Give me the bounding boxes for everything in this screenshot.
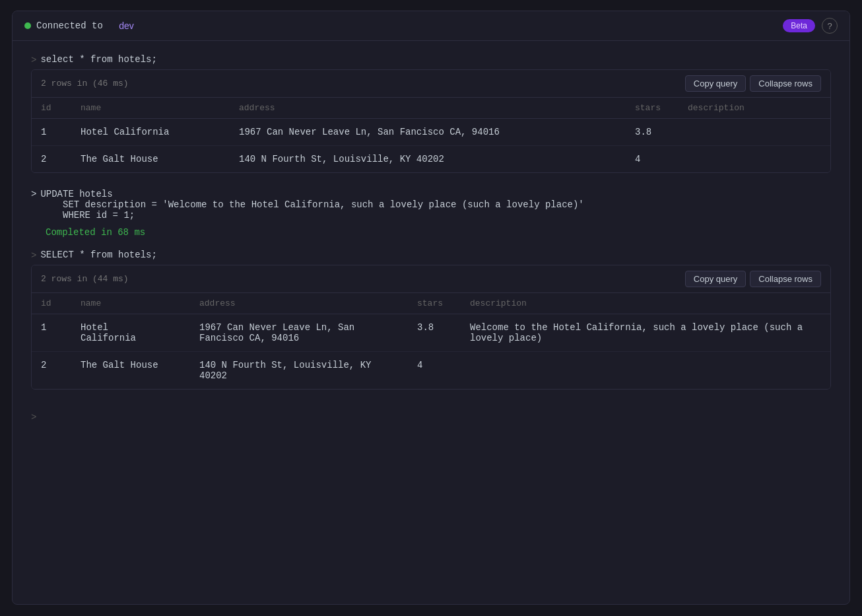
cell-id: 1 bbox=[32, 119, 71, 146]
prompt-chevron: > bbox=[31, 412, 36, 423]
table-header-row-2: id name address stars description bbox=[32, 293, 830, 314]
result-header-2: 2 rows in (44 ms) Copy query Collapse ro… bbox=[32, 265, 830, 293]
table-row: 1 Hotel California 1967 Can Never Leave … bbox=[32, 314, 830, 352]
th-address-2: address bbox=[190, 293, 408, 314]
result-actions-2: Copy query Collapse rows bbox=[685, 271, 821, 287]
cell-name: The Galt House bbox=[71, 146, 230, 173]
beta-badge: Beta bbox=[783, 19, 815, 32]
app-container: Connected to dev Beta ? > select * from … bbox=[12, 11, 850, 605]
th-description-2: description bbox=[461, 293, 830, 314]
result-meta-1: 2 rows in (46 ms) bbox=[41, 79, 129, 88]
result-header-1: 2 rows in (46 ms) Copy query Collapse ro… bbox=[32, 70, 830, 98]
result-meta-2: 2 rows in (44 ms) bbox=[41, 274, 129, 284]
cell-stars: 4 bbox=[408, 352, 461, 390]
data-table-2: id name address stars description 1 Hote… bbox=[32, 293, 830, 389]
result-table-2: 2 rows in (44 ms) Copy query Collapse ro… bbox=[31, 265, 831, 390]
query-text-3: SELECT * from hotels; bbox=[40, 250, 156, 260]
cell-description bbox=[679, 146, 830, 173]
th-id-1: id bbox=[32, 98, 71, 119]
cell-id: 1 bbox=[32, 314, 71, 352]
chevron-3: > bbox=[31, 250, 36, 261]
cell-address: 140 N Fourth St, Louisville, KY 40202 bbox=[190, 352, 408, 390]
table-header-row-1: id name address stars description bbox=[32, 98, 830, 119]
connection-label: Connected to bbox=[36, 20, 103, 31]
result-table-1: 2 rows in (46 ms) Copy query Collapse ro… bbox=[31, 69, 831, 173]
table-row: 2 The Galt House 140 N Fourth St, Louisv… bbox=[32, 146, 830, 173]
table-row: 1 Hotel California 1967 Can Never Leave … bbox=[32, 119, 830, 146]
table-body-1: 1 Hotel California 1967 Can Never Leave … bbox=[32, 119, 830, 173]
cell-description: Welcome to the Hotel California, such a … bbox=[461, 314, 830, 352]
status-dot bbox=[24, 22, 31, 29]
copy-query-button-1[interactable]: Copy query bbox=[685, 75, 746, 92]
collapse-rows-button-2[interactable]: Collapse rows bbox=[750, 271, 821, 287]
cell-address: 1967 Can Never Leave Ln, San Fancisco CA… bbox=[230, 119, 626, 146]
th-name-2: name bbox=[71, 293, 190, 314]
query-line2-1: UPDATE hotels bbox=[40, 189, 583, 199]
top-bar-right: Beta ? bbox=[783, 18, 838, 34]
th-name-1: name bbox=[71, 98, 230, 119]
top-bar: Connected to dev Beta ? bbox=[13, 11, 849, 41]
copy-query-button-2[interactable]: Copy query bbox=[685, 271, 746, 287]
query-block-1: > select * from hotels; 2 rows in (46 ms… bbox=[31, 54, 831, 173]
cell-name: The Galt House bbox=[71, 352, 190, 390]
chevron-1: > bbox=[31, 55, 36, 65]
th-stars-2: stars bbox=[408, 293, 461, 314]
help-icon[interactable]: ? bbox=[822, 18, 838, 34]
completed-text: Completed in 68 ms bbox=[46, 227, 831, 238]
th-id-2: id bbox=[32, 293, 71, 314]
query-lines-2: UPDATE hotels SET description = 'Welcome… bbox=[40, 189, 583, 221]
cell-stars: 3.8 bbox=[408, 314, 461, 352]
collapse-rows-button-1[interactable]: Collapse rows bbox=[750, 75, 821, 92]
th-address-1: address bbox=[230, 98, 626, 119]
connection-env: dev bbox=[119, 20, 134, 31]
query-line2-2: SET description = 'Welcome to the Hotel … bbox=[40, 199, 583, 210]
chevron-2: > bbox=[31, 189, 36, 199]
table-row: 2 The Galt House 140 N Fourth St, Louisv… bbox=[32, 352, 830, 390]
query-text-1: select * from hotels; bbox=[40, 54, 156, 65]
query-block-3: > SELECT * from hotels; 2 rows in (44 ms… bbox=[31, 250, 831, 390]
query-line-3: > SELECT * from hotels; bbox=[31, 250, 831, 261]
cell-id: 2 bbox=[32, 352, 71, 390]
main-content: > select * from hotels; 2 rows in (46 ms… bbox=[13, 41, 849, 604]
cell-address: 140 N Fourth St, Louisville, KY 40202 bbox=[230, 146, 626, 173]
cell-name: Hotel California bbox=[71, 119, 230, 146]
query-line2-3: WHERE id = 1; bbox=[40, 210, 583, 221]
cell-address: 1967 Can Never Leave Ln, San Fancisco CA… bbox=[190, 314, 408, 352]
connection-status: Connected to dev bbox=[24, 20, 134, 31]
cell-stars: 4 bbox=[626, 146, 679, 173]
query-line-1: > select * from hotels; bbox=[31, 54, 831, 65]
data-table-1: id name address stars description 1 Hote… bbox=[32, 98, 830, 172]
th-stars-1: stars bbox=[626, 98, 679, 119]
cell-stars: 3.8 bbox=[626, 119, 679, 146]
cell-id: 2 bbox=[32, 146, 71, 173]
cell-description bbox=[679, 119, 830, 146]
query-block-2: > UPDATE hotels SET description = 'Welco… bbox=[31, 189, 831, 238]
cell-description bbox=[461, 352, 830, 390]
result-actions-1: Copy query Collapse rows bbox=[685, 75, 821, 92]
th-description-1: description bbox=[679, 98, 830, 119]
cell-name: Hotel California bbox=[71, 314, 190, 352]
table-body-2: 1 Hotel California 1967 Can Never Leave … bbox=[32, 314, 830, 390]
prompt-line: > bbox=[31, 405, 831, 429]
query-multiline-2: > UPDATE hotels SET description = 'Welco… bbox=[31, 189, 831, 221]
